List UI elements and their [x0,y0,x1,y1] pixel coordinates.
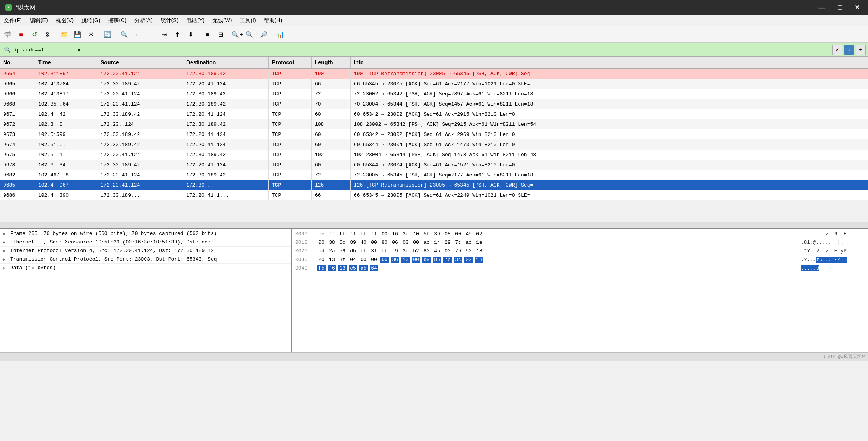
hex-byte[interactable]: f9 [391,248,399,254]
hex-byte[interactable]: 2a [328,248,336,254]
table-row[interactable]: 9675102.5..1172.20.41.124172.30.189.42TC… [0,150,868,160]
hex-byte[interactable]: 13 [328,257,336,263]
hex-byte[interactable]: db [349,248,357,254]
toolbar-grid-btn[interactable]: ⊞ [214,28,227,41]
maximize-button[interactable]: □ [834,3,845,12]
hex-byte[interactable]: ac [422,240,431,245]
hex-byte[interactable]: bd [317,248,326,254]
hex-byte[interactable]: 06 [391,240,399,245]
hex-byte[interactable]: a5 [359,265,368,271]
hex-byte[interactable]: ff [349,231,357,237]
hex-byte[interactable]: 08 [443,231,452,237]
table-row[interactable]: 9666102.413817172.20.41.124172.30.189.42… [0,89,868,99]
detail-item[interactable]: ▶Transmission Control Protocol, Src Port… [0,255,291,264]
hex-byte[interactable]: 38 [328,240,336,245]
hex-byte[interactable]: 00 [443,248,452,254]
hex-byte[interactable]: b2 [412,248,420,254]
hex-byte[interactable]: 00 [317,240,326,245]
hex-byte[interactable]: 00 [412,257,420,263]
hex-byte[interactable]: 64 [370,265,378,271]
menu-item[interactable]: 文件(F) [0,16,26,26]
hex-byte[interactable]: 7b [443,257,452,263]
hex-byte[interactable]: 16 [391,231,399,237]
menu-item[interactable]: 编辑(E) [26,16,52,26]
toolbar-forward-btn[interactable]: → [145,28,157,41]
detail-item[interactable]: ▷Data (16 bytes) [0,264,291,272]
table-row[interactable]: 9674102.51...172.30.189.42172.20.41.124T… [0,139,868,150]
toolbar-restart-btn[interactable]: ↺ [28,28,41,41]
hex-byte[interactable]: 18 [475,257,483,263]
hex-byte[interactable]: 00 [454,231,462,237]
filter-input[interactable] [14,45,831,55]
packet-hscroll[interactable] [0,222,868,228]
filter-apply-button[interactable]: → [844,45,854,55]
toolbar-stop-btn[interactable]: ■ [15,28,27,41]
hex-byte[interactable]: 6c [338,240,347,245]
hex-byte[interactable]: 00 [370,240,378,245]
hex-byte[interactable]: 5f [422,231,431,237]
hex-byte[interactable]: 7c [454,240,462,245]
table-row[interactable]: 9685102.4..967172.20.41.124172.30...TCP1… [0,180,868,190]
hex-byte[interactable]: 02 [464,257,473,263]
minimize-button[interactable]: — [815,3,828,12]
hex-byte[interactable]: 3f [370,248,378,254]
table-row[interactable]: 9664102.311897172.20.41.124172.30.189.42… [0,69,868,79]
hex-byte[interactable]: 79 [454,248,462,254]
filter-add-button[interactable]: + [856,45,866,55]
menu-item[interactable]: 帮助(H) [260,16,286,26]
hex-byte[interactable]: 66 [380,257,389,263]
hex-byte[interactable]: 80 [422,248,431,254]
table-row[interactable]: 9665102.413784172.30.189.42172.20.41.124… [0,79,868,89]
table-row[interactable]: 9682102.467..8172.20.41.124172.30.189.42… [0,170,868,180]
hex-byte[interactable]: 10 [401,257,410,263]
hex-byte[interactable]: 29 [443,240,452,245]
hex-byte[interactable]: ff [370,231,378,237]
hex-byte[interactable]: 00 [412,240,420,245]
hex-byte[interactable]: 85 [433,257,441,263]
close-button[interactable]: ✕ [851,3,863,12]
menu-item[interactable]: 电话(Y) [182,16,208,26]
detail-item[interactable]: ▶Frame 205: 70 bytes on wire (560 bits),… [0,229,291,238]
toolbar-up-btn[interactable]: ⬆ [171,28,183,41]
hex-byte[interactable]: 13 [338,265,347,271]
hex-byte[interactable]: 80 [380,240,389,245]
filter-clear-button[interactable]: ✕ [832,45,842,55]
hex-byte[interactable]: ff [338,231,347,237]
hex-byte[interactable]: 89 [349,240,357,245]
toolbar-search-btn[interactable]: 🔍 [118,28,131,41]
hex-byte[interactable]: 50 [464,248,473,254]
hex-byte[interactable]: 18 [475,248,483,254]
detail-item[interactable]: ▶Ethernet II, Src: Xensource_10:5f:39 (0… [0,238,291,247]
hex-byte[interactable]: ee [317,231,326,237]
hex-byte[interactable]: 10 [412,231,420,237]
hex-byte[interactable]: 3c [454,257,462,263]
hex-byte[interactable]: 39 [433,231,441,237]
table-row[interactable]: 9672102.3..0172.20..124172.30.189.42TCP1… [0,119,868,129]
toolbar-save-btn[interactable]: 💾 [71,28,84,41]
hex-byte[interactable]: 04 [349,257,357,263]
hex-byte[interactable]: 45 [464,231,473,237]
hex-byte[interactable]: 3e [401,248,410,254]
toolbar-info-btn[interactable]: 📊 [274,28,287,41]
detail-item[interactable]: ▶Internet Protocol Version 4, Src: 172.2… [0,247,291,255]
menu-item[interactable]: 视图(V) [52,16,78,26]
hex-byte[interactable]: 3f [338,257,347,263]
table-row[interactable]: 9668102.35..64172.20.41.124172.30.189.42… [0,99,868,109]
table-row[interactable]: 9686102.4..390172.30.189...172.20.41.1..… [0,190,868,200]
toolbar-back-btn[interactable]: ← [131,28,144,41]
hex-byte[interactable]: 3e [401,231,410,237]
menu-item[interactable]: 无线(W) [208,16,236,26]
toolbar-goto-btn[interactable]: ⇥ [158,28,170,41]
hex-byte[interactable]: b9 [422,257,431,263]
hex-byte[interactable]: ff [359,248,368,254]
hex-byte[interactable]: ff [359,231,368,237]
toolbar-shark-btn[interactable]: 🦈 [2,28,14,41]
hex-byte[interactable]: ac [464,240,473,245]
hex-byte[interactable]: f5 [317,265,326,271]
hex-byte[interactable]: 45 [433,248,441,254]
toolbar-settings-btn[interactable]: ⚙ [41,28,54,41]
menu-item[interactable]: 捕获(C) [104,16,130,26]
hex-byte[interactable]: 20 [317,257,326,263]
hex-byte[interactable]: ff [328,231,336,237]
toolbar-reload-btn[interactable]: 🔄 [101,28,114,41]
